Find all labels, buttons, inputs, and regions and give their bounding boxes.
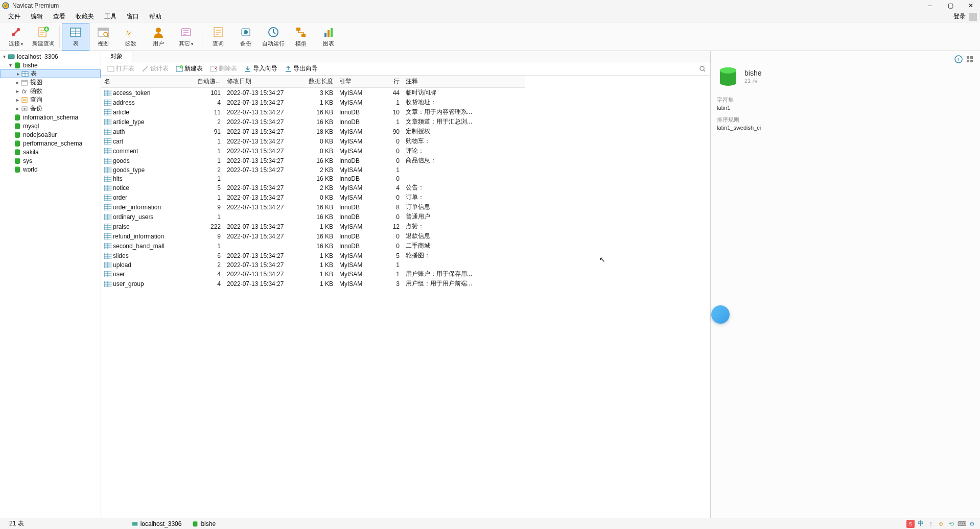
tray-icon[interactable]: 中 (917, 520, 925, 528)
tile-icon[interactable] (966, 55, 974, 63)
chevron-right-icon[interactable]: ▸ (14, 97, 20, 103)
chevron-down-icon: ▾ (191, 42, 193, 46)
import-wizard-button[interactable]: 导入向导 (241, 63, 281, 74)
chevron-right-icon[interactable]: ▸ (14, 106, 20, 111)
table-row[interactable]: slides62022-07-13 15:34:271 KBMyISAM5轮播图… (101, 251, 525, 260)
toolbar-view-button[interactable]: 视图 (89, 23, 117, 51)
tree-db-world[interactable]: world (0, 165, 101, 174)
tree-db-sys[interactable]: sys (0, 156, 101, 165)
info-icon[interactable]: i (954, 55, 963, 63)
toolbar-function-button[interactable]: fx函数 (117, 23, 145, 51)
col-size[interactable]: 数据长度 (295, 76, 336, 88)
col-name[interactable]: 名 (101, 76, 193, 88)
tree-db-bishe[interactable]: ▾ bishe (0, 61, 101, 69)
table-row[interactable]: article_type22022-07-13 15:34:2716 KBInn… (101, 117, 525, 127)
tree-item-tables[interactable]: ▸ 表 (0, 69, 101, 78)
chevron-right-icon[interactable]: ▸ (14, 88, 20, 94)
chevron-right-icon[interactable]: ▸ (14, 80, 20, 85)
toolbar-label: 备份 (240, 40, 251, 47)
tree-db-sakila[interactable]: sakila (0, 148, 101, 156)
menu-favorites[interactable]: 收藏夹 (71, 11, 99, 22)
tree-db-information_schema[interactable]: information_schema (0, 113, 101, 122)
design-table-button[interactable]: 设计表 (138, 63, 172, 74)
tray-icon[interactable]: ⟲ (947, 520, 955, 528)
table-row[interactable]: goods12022-07-13 15:34:2716 KBInnoDB0商品信… (101, 156, 525, 165)
connection-tree[interactable]: ▾ localhost_3306 ▾ bishe ▸ 表 ▸ 视图 ▸ fx 函… (0, 51, 101, 518)
table-icon (104, 224, 111, 230)
float-action-button[interactable] (711, 305, 730, 324)
new-icon (176, 65, 183, 73)
table-row[interactable]: user_group42022-07-13 15:34:271 KBMyISAM… (101, 279, 525, 288)
tree-item-functions[interactable]: ▸ fx 函数 (0, 87, 101, 95)
table-row[interactable]: order12022-07-13 15:34:270 KBMyISAM0订单： (101, 193, 525, 202)
tree-item-backups[interactable]: ▸ 备份 (0, 104, 101, 113)
table-row[interactable]: cart12022-07-13 15:34:270 KBMyISAM0购物车： (101, 136, 525, 146)
tray-icon[interactable]: ⁝ (927, 520, 935, 528)
toolbar-connection-button[interactable]: 连接▾ (2, 23, 30, 51)
tray-icon[interactable]: ⌨ (958, 520, 966, 528)
search-icon[interactable] (698, 64, 707, 74)
toolbar-other-button[interactable]: 其它▾ (172, 23, 200, 51)
maximize-button[interactable]: ▢ (943, 1, 958, 11)
table-list[interactable]: 名 自动递... 修改日期 数据长度 引擎 行 注释 access_token1… (101, 76, 710, 518)
table-row[interactable]: auth912022-07-13 15:34:2718 KBMyISAM90定制… (101, 127, 525, 136)
delete-table-button[interactable]: 删除表 (207, 63, 240, 74)
toolbar-chart-button[interactable]: 图表 (315, 23, 342, 51)
tree-connection[interactable]: ▾ localhost_3306 (0, 52, 101, 61)
table-row[interactable]: refund_information92022-07-13 15:34:2716… (101, 231, 525, 241)
toolbar-autorun-button[interactable]: 自动运行 (260, 23, 287, 51)
toolbar-model-button[interactable]: 模型 (287, 23, 315, 51)
menu-file[interactable]: 文件 (3, 11, 26, 22)
chevron-down-icon[interactable]: ▾ (7, 62, 13, 68)
table-row[interactable]: order_information92022-07-13 15:34:2716 … (101, 202, 525, 212)
toolbar-table-button[interactable]: 表 (62, 23, 89, 51)
new-query-icon (37, 26, 50, 39)
tree-db-mysql[interactable]: mysql (0, 122, 101, 130)
open-table-button[interactable]: 打开表 (104, 63, 137, 74)
toolbar-user-button[interactable]: 用户 (145, 23, 172, 51)
tray-icon[interactable]: ☺ (937, 520, 945, 528)
export-wizard-button[interactable]: 导出向导 (282, 63, 321, 74)
svg-rect-139 (132, 522, 137, 525)
menu-window[interactable]: 窗口 (122, 11, 144, 22)
tray-icon[interactable]: ⚙ (968, 520, 976, 528)
table-row[interactable]: access_token1012022-07-13 15:34:273 KBMy… (101, 88, 525, 98)
menu-view[interactable]: 查看 (48, 11, 71, 22)
table-row[interactable]: goods_type22022-07-13 15:34:272 KBMyISAM… (101, 165, 525, 174)
col-engine[interactable]: 引擎 (336, 76, 372, 88)
tree-db-performance_schema[interactable]: performance_schema (0, 139, 101, 148)
user-avatar[interactable] (969, 13, 977, 21)
table-row[interactable]: notice52022-07-13 15:34:272 KBMyISAM4公告： (101, 183, 525, 193)
chevron-down-icon[interactable]: ▾ (1, 54, 7, 59)
table-row[interactable]: praise2222022-07-13 15:34:271 KBMyISAM12… (101, 222, 525, 231)
menu-edit[interactable]: 编辑 (26, 11, 48, 22)
col-modified[interactable]: 修改日期 (224, 76, 295, 88)
tree-db-nodejsoa3ur[interactable]: nodejsoa3ur (0, 130, 101, 139)
table-row[interactable]: address42022-07-13 15:34:271 KBMyISAM1收货… (101, 98, 525, 107)
table-row[interactable]: article112022-07-13 15:34:2716 KBInnoDB1… (101, 107, 525, 117)
table-row[interactable]: ordinary_users116 KBInnoDB0普通用户 (101, 212, 525, 222)
login-link[interactable]: 登录 (953, 12, 966, 21)
tree-item-views[interactable]: ▸ 视图 (0, 78, 101, 87)
new-table-button[interactable]: 新建表 (173, 63, 206, 74)
col-auto[interactable]: 自动递... (193, 76, 224, 88)
table-row[interactable]: hits116 KBInnoDB0 (101, 174, 525, 183)
tree-item-queries[interactable]: ▸ 查询 (0, 95, 101, 104)
svg-rect-20 (301, 34, 306, 37)
toolbar-query-button[interactable]: 查询 (204, 23, 232, 51)
minimize-button[interactable]: ─ (923, 1, 937, 11)
tray-icon[interactable]: S (906, 520, 915, 528)
menu-tools[interactable]: 工具 (99, 11, 122, 22)
menu-help[interactable]: 帮助 (144, 11, 167, 22)
col-comment[interactable]: 注释 (403, 76, 525, 88)
table-row[interactable]: comment12022-07-13 15:34:270 KBMyISAM0评论… (101, 146, 525, 156)
close-button[interactable]: ✕ (964, 1, 978, 11)
table-row[interactable]: upload22022-07-13 15:34:271 KBMyISAM1 (101, 260, 525, 269)
table-row[interactable]: user42022-07-13 15:34:271 KBMyISAM1用户账户：… (101, 269, 525, 279)
toolbar-new-query-button[interactable]: 新建查询 (30, 23, 57, 51)
chevron-right-icon[interactable]: ▸ (15, 71, 21, 77)
tab-objects[interactable]: 对象 (101, 51, 132, 62)
col-rows[interactable]: 行 (372, 76, 403, 88)
table-row[interactable]: second_hand_mall116 KBInnoDB0二手商城 (101, 241, 525, 251)
toolbar-backup-button[interactable]: 备份 (232, 23, 260, 51)
